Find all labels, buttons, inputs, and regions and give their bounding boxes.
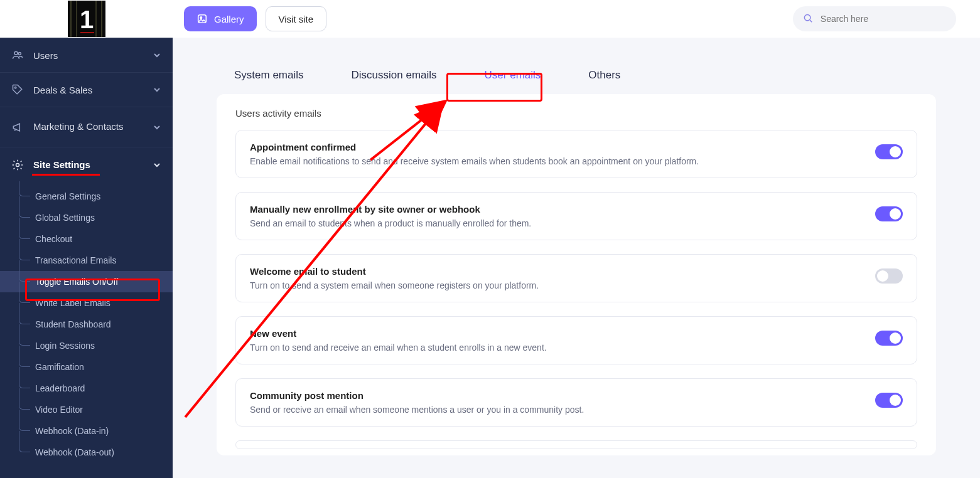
toggle-appointment-confirmed[interactable]: [875, 144, 903, 159]
svg-text:1: 1: [79, 6, 93, 33]
gallery-icon: [197, 13, 208, 24]
subnav-label: Student Dashboard: [35, 319, 111, 329]
card-desc: Send an email to students when a product…: [250, 218, 875, 228]
search-box[interactable]: [793, 6, 956, 31]
users-icon: [11, 49, 24, 61]
card-title: Appointment confirmed: [250, 142, 875, 152]
tag-icon: [11, 83, 24, 96]
sidebar-item-label: Deals & Sales: [33, 85, 153, 95]
sidebar-item-users[interactable]: Users: [0, 38, 173, 73]
gallery-button-label: Gallery: [214, 14, 244, 24]
search-icon: [803, 13, 813, 24]
card-desc: Turn on to send a system email when some…: [250, 280, 875, 290]
subnav-label: Login Sessions: [35, 341, 95, 351]
settings-icon: [11, 159, 24, 171]
sidebar-nav: Users Deals & Sales Marketing & Contacts: [0, 38, 173, 467]
search-input[interactable]: [821, 14, 946, 24]
toggle-manual-enrollment[interactable]: [875, 206, 903, 221]
card-title: Welcome email to student: [250, 266, 875, 277]
subnav-label: Video Editor: [35, 405, 83, 415]
megaphone-icon: [11, 121, 24, 134]
subnav-label: White Label Emails: [35, 298, 110, 308]
subnav-label: Toggle Emails On/Off: [35, 277, 118, 287]
tab-user-emails[interactable]: User emails: [476, 63, 550, 88]
card-title: Community post mention: [250, 390, 875, 401]
card-new-event: New event Turn on to send and receive an…: [235, 316, 917, 364]
tabs: System emails Discussion emails User ema…: [217, 63, 936, 88]
card-desc: Send or receive an email when someone me…: [250, 405, 875, 415]
subnav-label: Gamification: [35, 362, 84, 372]
content: System emails Discussion emails User ema…: [173, 38, 980, 455]
topbar: Gallery Visit site: [173, 0, 980, 38]
sidebar-subnav: General Settings Global Settings Checkou…: [0, 182, 173, 467]
sidebar-item-label: Marketing & Contacts: [33, 121, 153, 133]
tab-others[interactable]: Others: [579, 63, 629, 88]
logo-area: 1: [0, 0, 173, 38]
subnav-label: Checkout: [35, 234, 72, 244]
chevron-down-icon: [153, 85, 161, 94]
sidebar-item-marketing[interactable]: Marketing & Contacts: [0, 107, 173, 147]
gallery-button[interactable]: Gallery: [184, 6, 257, 31]
card-community-mention: Community post mention Send or receive a…: [235, 378, 917, 427]
visit-site-button[interactable]: Visit site: [266, 6, 327, 31]
tab-label: Others: [588, 69, 620, 81]
site-logo: 1: [68, 1, 105, 37]
tab-discussion-emails[interactable]: Discussion emails: [343, 63, 446, 88]
svg-point-13: [804, 14, 810, 20]
main: System emails Discussion emails User ema…: [173, 38, 980, 478]
card-title: New event: [250, 328, 875, 339]
tab-label: System emails: [234, 69, 304, 81]
sidebar-item-label: Users: [33, 50, 153, 61]
chevron-down-icon: [153, 51, 161, 60]
card-welcome-email: Welcome email to student Turn on to send…: [235, 254, 917, 302]
subnav-label: Global Settings: [35, 213, 95, 223]
tab-label: Discussion emails: [352, 69, 437, 81]
svg-point-9: [15, 87, 16, 88]
toggle-new-event[interactable]: [875, 331, 903, 346]
subnav-label: Leaderboard: [35, 383, 85, 393]
section-title: Users activity emails: [235, 108, 917, 119]
card-next-partial: [235, 440, 917, 449]
toggle-community-mention[interactable]: [875, 393, 903, 408]
subnav-label: General Settings: [35, 191, 100, 201]
card-desc: Turn on to send and receive an email whe…: [250, 343, 875, 353]
chevron-down-icon: [153, 123, 161, 132]
sidebar-item-label: Site Settings: [33, 159, 153, 170]
sidebar-item-deals[interactable]: Deals & Sales: [0, 73, 173, 107]
svg-point-7: [14, 51, 18, 55]
sidebar-item-site-settings[interactable]: Site Settings: [0, 147, 173, 182]
tab-label: User emails: [485, 69, 541, 81]
tab-system-emails[interactable]: System emails: [225, 63, 313, 88]
svg-point-12: [200, 17, 202, 19]
panel: Users activity emails Appointment confir…: [217, 94, 936, 455]
subnav-label: Webhook (Data-out): [35, 447, 114, 457]
subnav-label: Webhook (Data-in): [35, 426, 109, 436]
visit-site-label: Visit site: [279, 14, 314, 24]
card-desc: Enable email notifications to send and r…: [250, 156, 875, 166]
svg-point-10: [16, 163, 19, 166]
chevron-down-icon: [153, 161, 161, 169]
subnav-webhook-out[interactable]: Webhook (Data-out): [0, 442, 173, 463]
toggle-welcome-email[interactable]: [875, 268, 903, 284]
card-manual-enrollment: Manually new enrollment by site owner or…: [235, 192, 917, 240]
subnav-label: Transactional Emails: [35, 255, 116, 265]
sidebar: 1 Users Deals & Sales: [0, 0, 173, 478]
svg-point-8: [18, 53, 21, 55]
card-title: Manually new enrollment by site owner or…: [250, 204, 875, 215]
card-appointment-confirmed: Appointment confirmed Enable email notif…: [235, 130, 917, 178]
